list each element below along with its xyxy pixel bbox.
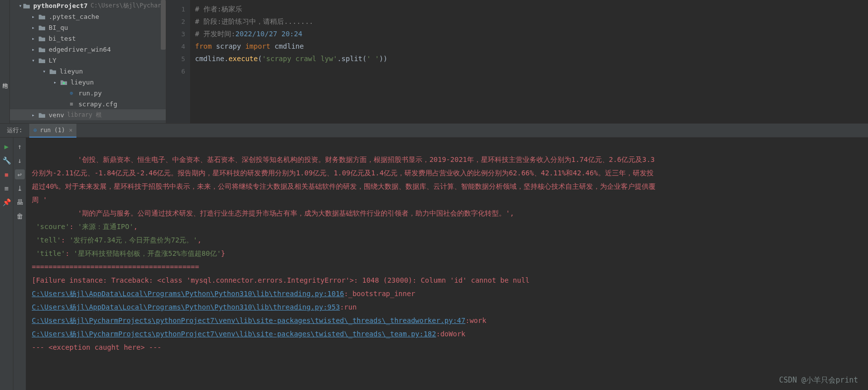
- folder-icon: [38, 12, 46, 20]
- run-tool-column-2: ↑ ↓ ↩ ⤓ 🖶 🗑: [13, 138, 26, 390]
- tree-item-bi_test[interactable]: ▸bi_test: [10, 33, 166, 44]
- output-line: '创投、新鼎资本、恒生电子、中金资本、基石资本、深创投等知名机构的投资。财务数据…: [32, 156, 655, 163]
- root-path: C:\Users\杨jl\PycharmP: [91, 1, 166, 10]
- rerun-button[interactable]: ▶: [1, 142, 11, 152]
- tree-item-BI_qu[interactable]: ▸BI_qu: [10, 22, 166, 33]
- structure-sidebar[interactable]: 结构: [0, 0, 10, 123]
- folder-icon: [38, 23, 46, 31]
- up-button[interactable]: ↑: [15, 142, 25, 152]
- chevron-down-icon: ▾: [19, 3, 22, 8]
- tree-item-scrapy.cfg[interactable]: ≡scrapy.cfg: [10, 98, 166, 109]
- run-toolbar: 运行: ⊕ run (1) ×: [0, 124, 868, 138]
- pin-button[interactable]: 📌: [1, 197, 11, 207]
- traceback-link[interactable]: C:\Users\杨jl\PycharmProjects\pythonProje…: [32, 316, 466, 324]
- output-line: [Failure instance: Traceback: <class 'my…: [32, 276, 530, 284]
- project-root[interactable]: ▾ pythonProject7 C:\Users\杨jl\PycharmP: [10, 0, 166, 11]
- stop-button[interactable]: ■: [1, 169, 11, 179]
- chevron-right-icon: ▸: [30, 112, 37, 118]
- svg-point-0: [63, 82, 65, 84]
- chevron-right-icon: ▸: [52, 79, 59, 85]
- settings-button[interactable]: 🔧: [1, 156, 11, 165]
- traceback-link[interactable]: C:\Users\杨jl\PycharmProjects\pythonProje…: [32, 330, 436, 338]
- layout-button[interactable]: ≡: [1, 183, 11, 193]
- tree-item-lieyun[interactable]: ▸lieyun: [10, 77, 166, 87]
- run-tab[interactable]: ⊕ run (1) ×: [29, 124, 76, 138]
- project-tree[interactable]: ▾ pythonProject7 C:\Users\杨jl\PycharmP ▸…: [10, 0, 166, 123]
- scroll-button[interactable]: ⤓: [15, 183, 25, 193]
- python-icon: ⊕: [33, 127, 37, 134]
- folder-icon: [23, 1, 30, 9]
- watermark: CSDN @小羊只会print: [779, 376, 858, 385]
- folder-icon: [38, 34, 46, 42]
- run-tab-label: run (1): [40, 127, 65, 134]
- output-line: '期的产品与服务。公司通过技术研发、打造行业生态并提升市场占有率，成为大数据基础…: [32, 209, 514, 217]
- package-icon: [60, 78, 67, 86]
- tree-item-edgedriver_win64[interactable]: ▸edgedriver_win64: [10, 44, 166, 55]
- run-tool-column-1: ▶ 🔧 ■ ≡ 📌: [0, 138, 13, 390]
- python-file-icon: ⊕: [67, 89, 75, 97]
- wrap-button[interactable]: ↩: [15, 169, 25, 179]
- folder-icon: [38, 45, 46, 53]
- output-line: 周 ': [32, 196, 47, 204]
- tree-item-.pytest_cache[interactable]: ▸.pytest_cache: [10, 11, 166, 22]
- folder-icon: [38, 111, 46, 119]
- print-button[interactable]: 🖶: [15, 197, 25, 207]
- scrollbar-thumb[interactable]: [161, 0, 166, 50]
- tree-item-lieyun[interactable]: ▾lieyun: [10, 66, 166, 77]
- folder-icon: [49, 67, 57, 75]
- down-button[interactable]: ↓: [15, 156, 25, 165]
- output-line: ========================================: [32, 263, 199, 271]
- code-content[interactable]: # 作者:杨家乐 # 阶段:进阶练习中，请稍后....... # 开发时间:20…: [190, 0, 868, 123]
- chevron-right-icon: ▸: [30, 25, 37, 30]
- output-line: 超过40%。对于未来发展，星环科技于招股书中表示，未来，公司将继续专注大数据及相…: [32, 182, 656, 190]
- tree-item-venv[interactable]: ▸venvlibrary 根: [10, 109, 166, 120]
- chevron-right-icon: ▸: [30, 36, 37, 41]
- run-label: 运行:: [0, 126, 29, 135]
- folder-icon: [38, 56, 46, 64]
- output-line: 分别为-2.11亿元、-1.84亿元及-2.46亿元。报告期内，星环科技的研发费…: [32, 169, 654, 177]
- trash-button[interactable]: 🗑: [15, 211, 25, 221]
- root-name: pythonProject7: [33, 2, 88, 9]
- chevron-down-icon: ▾: [41, 69, 48, 74]
- chevron-right-icon: ▸: [30, 47, 37, 52]
- traceback-link[interactable]: C:\Users\杨jl\AppData\Local\Programs\Pyth…: [32, 290, 344, 298]
- chevron-down-icon: ▾: [30, 58, 37, 63]
- line-gutter: 123 456: [166, 0, 190, 123]
- file-icon: ≡: [67, 100, 75, 108]
- tree-item-LY[interactable]: ▾LY: [10, 55, 166, 66]
- console-output[interactable]: '创投、新鼎资本、恒生电子、中金资本、基石资本、深创投等知名机构的投资。财务数据…: [26, 138, 868, 390]
- traceback-link[interactable]: C:\Users\杨jl\AppData\Local\Programs\Pyth…: [32, 303, 340, 311]
- code-editor[interactable]: 123 456 # 作者:杨家乐 # 阶段:进阶练习中，请稍后....... #…: [166, 0, 868, 123]
- tree-item-run.py[interactable]: ⊕run.py: [10, 87, 166, 98]
- close-icon[interactable]: ×: [69, 127, 72, 134]
- chevron-right-icon: ▸: [30, 14, 37, 19]
- output-line: --- <exception caught here> ---: [32, 343, 161, 351]
